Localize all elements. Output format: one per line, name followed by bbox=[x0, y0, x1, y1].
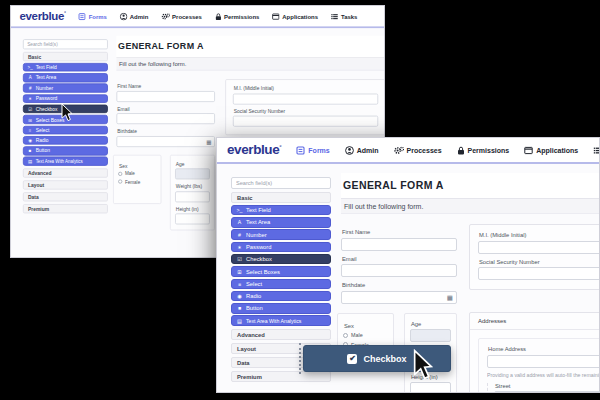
radio-male[interactable]: Male bbox=[343, 332, 388, 338]
dragged-checkbox-component[interactable]: ✔ Checkbox bbox=[303, 345, 451, 372]
group-layout[interactable]: Layout bbox=[23, 180, 108, 189]
number-icon: # bbox=[27, 86, 33, 91]
first-name-label: First Name bbox=[117, 83, 215, 88]
street-input[interactable] bbox=[494, 391, 600, 393]
email-label: Email bbox=[342, 256, 457, 262]
nav-item-applications[interactable]: Applications bbox=[524, 146, 578, 155]
home-address-group: Home Address Providing a valid address w… bbox=[478, 338, 600, 393]
age-input[interactable] bbox=[175, 168, 210, 179]
nav-item-applications[interactable]: Applications bbox=[272, 12, 318, 20]
email-input[interactable] bbox=[341, 264, 457, 277]
home-address-input[interactable] bbox=[487, 355, 600, 368]
first-name-input[interactable] bbox=[116, 91, 215, 102]
button-icon: ■ bbox=[236, 305, 243, 311]
nav-item-forms[interactable]: Forms bbox=[78, 12, 106, 20]
group-basic[interactable]: Basic bbox=[23, 52, 108, 61]
field-button-select-boxes[interactable]: ⊞Select Boxes bbox=[231, 266, 331, 277]
field-button-password[interactable]: ∗Password bbox=[231, 242, 331, 253]
field-button-button[interactable]: ■Button bbox=[231, 303, 331, 314]
first-name-input[interactable] bbox=[341, 238, 457, 251]
field-button-text-field[interactable]: >_Text Field bbox=[23, 63, 108, 72]
field-button-select-boxes[interactable]: ⊞Select Boxes bbox=[23, 115, 108, 124]
height-input[interactable] bbox=[410, 382, 451, 393]
radio-icon: ◉ bbox=[27, 138, 33, 143]
logo[interactable]: everblue° bbox=[227, 143, 281, 157]
foreground-app-window: everblue° Forms Admin Processes Permissi… bbox=[216, 137, 600, 393]
email-input[interactable] bbox=[116, 113, 215, 124]
group-basic[interactable]: Basic bbox=[231, 192, 331, 203]
text-area-icon: A bbox=[236, 219, 243, 225]
addresses-title: Addresses bbox=[470, 313, 600, 330]
field-button-text-area-analytics[interactable]: ▤Text Area With Analytics bbox=[231, 315, 331, 326]
nav-item-tasks[interactable]: Tasks bbox=[593, 146, 600, 155]
logo[interactable]: everblue° bbox=[20, 10, 66, 21]
radio-male[interactable]: Male bbox=[118, 171, 156, 176]
ssn-input[interactable] bbox=[478, 267, 600, 280]
group-premium[interactable]: Premium bbox=[231, 371, 331, 382]
radio-female-circle[interactable] bbox=[118, 179, 122, 183]
field-button-text-area[interactable]: AText Area bbox=[231, 217, 331, 228]
radio-male-circle[interactable] bbox=[343, 333, 348, 338]
search-input[interactable] bbox=[23, 39, 108, 49]
calendar-icon[interactable]: ▦ bbox=[447, 294, 453, 302]
forms-icon bbox=[78, 12, 86, 20]
ssn-input[interactable] bbox=[233, 116, 378, 127]
email-label: Email bbox=[117, 106, 215, 111]
field-button-number[interactable]: #Number bbox=[23, 84, 108, 93]
group-advanced[interactable]: Advanced bbox=[23, 168, 108, 177]
admin-icon bbox=[120, 12, 128, 20]
group-premium[interactable]: Premium bbox=[23, 204, 108, 213]
nav-item-admin[interactable]: Admin bbox=[345, 146, 379, 155]
form-subtitle: Fill out the following form. bbox=[341, 199, 600, 214]
height-input[interactable] bbox=[175, 213, 210, 224]
nav-item-processes[interactable]: Processes bbox=[394, 146, 442, 155]
tasks-icon bbox=[331, 12, 339, 20]
field-button-text-area[interactable]: AText Area bbox=[23, 73, 108, 82]
age-weight-height-fieldset: Age Weight (lbs) Height (in) bbox=[170, 154, 215, 230]
birthdate-input[interactable]: ▦ bbox=[341, 291, 457, 304]
select-icon: ≡ bbox=[236, 281, 243, 287]
radio-male-circle[interactable] bbox=[118, 171, 122, 175]
applications-icon bbox=[272, 12, 280, 20]
field-button-password[interactable]: ∗Password bbox=[23, 94, 108, 103]
birthdate-label: Birthdate bbox=[117, 128, 215, 133]
nav-item-tasks[interactable]: Tasks bbox=[331, 12, 358, 20]
number-icon: # bbox=[236, 232, 243, 238]
radio-female[interactable]: Female bbox=[118, 179, 156, 184]
nav-item-processes[interactable]: Processes bbox=[161, 12, 202, 20]
nav-item-permissions[interactable]: Permissions bbox=[457, 146, 510, 155]
field-button-button[interactable]: ■Button bbox=[23, 146, 108, 155]
field-button-checkbox[interactable]: ☑Checkbox bbox=[23, 105, 108, 114]
select-boxes-icon: ⊞ bbox=[27, 117, 33, 122]
field-button-number[interactable]: #Number bbox=[231, 229, 331, 240]
group-data[interactable]: Data bbox=[23, 192, 108, 201]
birthdate-input[interactable]: ▦ bbox=[116, 136, 215, 147]
field-button-radio[interactable]: ◉Radio bbox=[231, 291, 331, 302]
form-title: GENERAL FORM A bbox=[341, 173, 600, 199]
logo-mark: ° bbox=[279, 144, 281, 150]
nav-item-forms[interactable]: Forms bbox=[296, 146, 329, 155]
middle-initial-input[interactable] bbox=[233, 93, 378, 104]
field-button-select[interactable]: ≡Select bbox=[23, 125, 108, 134]
field-button-radio[interactable]: ◉Radio bbox=[23, 136, 108, 145]
field-button-select[interactable]: ≡Select bbox=[231, 279, 331, 290]
search-input[interactable] bbox=[231, 177, 331, 189]
drop-indicator-line bbox=[299, 343, 301, 374]
age-input[interactable] bbox=[410, 329, 451, 342]
text-field-icon: >_ bbox=[27, 65, 33, 70]
select-icon: ≡ bbox=[27, 127, 33, 132]
text-area-icon: A bbox=[27, 75, 33, 80]
group-advanced[interactable]: Advanced bbox=[231, 329, 331, 340]
middle-initial-input[interactable] bbox=[478, 241, 600, 254]
weight-input[interactable] bbox=[175, 191, 210, 202]
nav-item-admin[interactable]: Admin bbox=[120, 12, 149, 20]
field-button-text-area-analytics[interactable]: ▤Text Area With Analytics bbox=[23, 157, 108, 166]
street-label: Street bbox=[495, 383, 600, 389]
home-address-label: Home Address bbox=[488, 346, 600, 352]
field-button-checkbox[interactable]: ☑Checkbox bbox=[231, 254, 331, 265]
nav-item-permissions[interactable]: Permissions bbox=[215, 12, 260, 20]
age-label: Age bbox=[411, 321, 451, 327]
analytics-icon: ▤ bbox=[27, 159, 33, 164]
field-button-text-field[interactable]: >_Text Field bbox=[231, 205, 331, 216]
calendar-icon[interactable]: ▦ bbox=[206, 139, 211, 146]
